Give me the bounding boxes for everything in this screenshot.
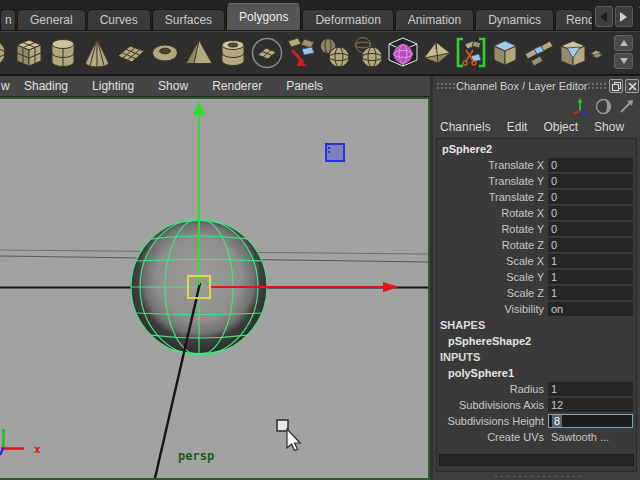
polygon-pipe-icon (216, 35, 250, 71)
channel-menu-edit[interactable]: Edit (507, 120, 528, 134)
reduce-icon (284, 35, 318, 71)
channel-value-field[interactable]: 0 (548, 174, 633, 188)
shelf-item-poke-faces[interactable] (420, 34, 454, 72)
channel-value-field[interactable]: 1 (548, 286, 633, 300)
channel-label[interactable]: Scale X (437, 255, 548, 267)
panel-restore-button[interactable] (609, 79, 623, 93)
shelf-item-polygon-torus[interactable] (148, 34, 182, 72)
shape-node-name[interactable]: pSphereShape2 (437, 333, 636, 349)
bevel-icon (556, 35, 590, 71)
panel-grip-right[interactable] (587, 82, 607, 91)
viewport-menu-show[interactable]: Show (146, 79, 200, 93)
viewport-menu-view-clipped[interactable]: w (0, 79, 12, 93)
manipulator-y-arrowhead[interactable] (193, 101, 205, 115)
polygon-cone-icon (80, 35, 114, 71)
viewport-menu-panels[interactable]: Panels (274, 79, 335, 93)
channel-value-field[interactable]: on (548, 302, 633, 316)
shelf-tab-polygons[interactable]: Polygons (226, 3, 301, 30)
shelf-item-reduce[interactable] (284, 34, 318, 72)
shelf-item-boolean-spheres[interactable] (352, 34, 386, 72)
channel-value-field[interactable]: 1 (548, 254, 633, 268)
object-name[interactable]: pSphere2 (437, 141, 636, 157)
shelf-scroll-left-button[interactable] (595, 6, 613, 27)
channel-label[interactable]: Rotate X (437, 207, 548, 219)
channel-label[interactable]: Create UVs (437, 431, 548, 443)
close-icon (628, 82, 637, 91)
channel-row: Rotate Z0 (437, 237, 636, 253)
shelf-item-smooth-preview[interactable] (386, 34, 420, 72)
channel-label[interactable]: Translate Y (437, 175, 548, 187)
shelf-item-combine-spheres[interactable] (318, 34, 352, 72)
channel-label[interactable]: Visibility (437, 303, 548, 315)
channel-enum-value[interactable]: Sawtooth ... (548, 431, 636, 443)
channel-label[interactable]: Translate Z (437, 191, 548, 203)
shelf-spinner (614, 35, 633, 71)
shelf-item-polygon-cone[interactable] (80, 34, 114, 72)
panel-splitter[interactable] (433, 472, 640, 480)
channel-value-field[interactable]: 1 (548, 382, 633, 396)
channel-label[interactable]: Scale Z (437, 287, 548, 299)
shelf-item-bevel[interactable] (556, 34, 590, 72)
channel-row: Visibilityon (437, 301, 636, 317)
shelf-item-bridge[interactable] (522, 34, 556, 72)
channel-value-field[interactable]: 1 (548, 270, 633, 284)
manipulator-x-arrowhead[interactable] (383, 282, 399, 292)
channel-label[interactable]: Subdivisions Height (437, 415, 548, 427)
shelf-item-polygon-cylinder[interactable] (46, 34, 80, 72)
shelf-spin-up-button[interactable] (614, 35, 633, 51)
shelf-item-polygon-cube[interactable] (12, 34, 46, 72)
input-node-name[interactable]: polySphere1 (437, 365, 636, 381)
shelf-tab-curves[interactable]: Curves (87, 9, 151, 30)
speed-state-icon[interactable] (595, 98, 612, 115)
channel-value-field[interactable]: 0 (548, 222, 633, 236)
shelf-item-polygon-pyramid[interactable] (182, 34, 216, 72)
shelf-item-polygon-platonic[interactable] (250, 34, 284, 72)
shelf-tab-animation[interactable]: Animation (395, 9, 474, 30)
blue-marker-square (326, 144, 344, 161)
channel-label[interactable]: Subdivisions Axis (437, 399, 548, 411)
channel-value-field[interactable]: 0 (548, 158, 633, 172)
subdivisions-height-input[interactable]: 8 (548, 414, 633, 428)
channel-value-field[interactable]: 0 (548, 206, 633, 220)
shelf-item-clipped[interactable] (590, 34, 604, 72)
channel-label[interactable]: Scale Y (437, 271, 548, 283)
combine-spheres-icon (318, 35, 352, 71)
shelf-scroll-right-button[interactable] (615, 6, 633, 27)
shelf-item-extrude[interactable] (488, 34, 522, 72)
shelf-tab-general[interactable]: General (17, 9, 86, 30)
shelf-item-polygon-pipe[interactable] (216, 34, 250, 72)
channel-value-field[interactable]: 0 (548, 238, 633, 252)
shelf-tab-dynamics[interactable]: Dynamics (475, 9, 554, 30)
polygon-torus-icon (148, 35, 182, 71)
viewport-menu-renderer[interactable]: Renderer (200, 79, 274, 93)
perspective-viewport[interactable]: x persp (0, 97, 430, 480)
manipulator-link-icon[interactable] (571, 98, 589, 115)
panel-close-button[interactable] (625, 79, 639, 93)
viewport-menu-shading[interactable]: Shading (12, 79, 80, 93)
channel-row: Scale Y1 (437, 269, 636, 285)
camera-label: persp (178, 449, 214, 463)
channel-value-field[interactable]: 0 (548, 190, 633, 204)
shelf-spin-down-button[interactable] (614, 53, 633, 69)
channel-box-toolbar (433, 96, 640, 117)
splitter-dots-icon (493, 474, 583, 479)
shelf-tab-rendering-clipped[interactable]: Rend (555, 9, 593, 30)
channel-label[interactable]: Radius (437, 383, 548, 395)
channel-menu-channels[interactable]: Channels (440, 120, 491, 134)
shelf-item-polygon-sphere[interactable] (0, 34, 12, 72)
shelf-tab-clipped-left[interactable]: n (0, 9, 16, 30)
channel-value-field[interactable]: 12 (548, 398, 633, 412)
panel-grip-left[interactable] (436, 82, 456, 91)
channel-label[interactable]: Translate X (437, 159, 548, 171)
channel-menu-show[interactable]: Show (594, 120, 624, 134)
shelf-tab-deformation[interactable]: Deformation (302, 9, 393, 30)
channel-label[interactable]: Rotate Y (437, 223, 548, 235)
shelf-item-cut-faces[interactable] (454, 34, 488, 72)
channel-label[interactable]: Rotate Z (437, 239, 548, 251)
hyperbolic-arrow-icon[interactable] (618, 98, 635, 115)
viewport-menu-lighting[interactable]: Lighting (80, 79, 146, 93)
channel-menu-object[interactable]: Object (543, 120, 578, 134)
shelf-tab-surfaces[interactable]: Surfaces (152, 9, 225, 30)
shelf-item-polygon-plane[interactable] (114, 34, 148, 72)
triangle-up-icon (620, 40, 628, 46)
